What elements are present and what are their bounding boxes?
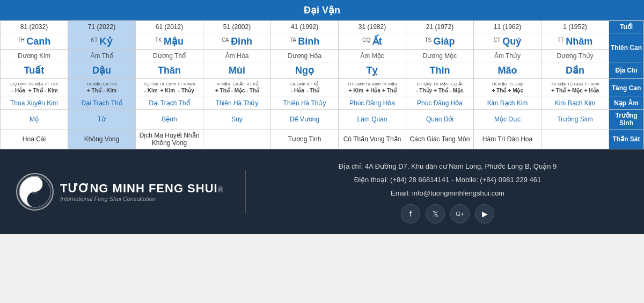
diachi-cell: Thin (406, 62, 474, 79)
napam-cell: Phúc Đăng Hỏa (339, 97, 406, 110)
tuoi-cell: 21 (1972) (406, 21, 474, 33)
napam-cell: Thoa Xuyến Kim (1, 97, 68, 110)
thiencan-cell: TA Bính (271, 33, 339, 50)
dai-van-header: Đại Vận (0, 0, 644, 20)
svg-point-2 (32, 197, 38, 203)
truongsinh-cell: Trường Sinh (541, 110, 609, 129)
logo-title: TƯƠNG MINH FENG SHUI® (60, 182, 224, 196)
tuoi-cell: 51 (2002) (203, 21, 271, 33)
diachi-cell: Mão (474, 62, 541, 79)
tangcan-cell: TH Canh + Kim TA Bính + Hỏa TK Mậu + Thổ (339, 79, 406, 97)
tangcan-cell: TQ Tân - Kim TK Canh + Kim TT Nhâm - Thủ… (136, 79, 203, 97)
truongsinh-cell: Suy (203, 110, 271, 129)
napam-cell: Kim Bạch Kim (541, 97, 609, 110)
youtube-button[interactable]: ▶ (475, 204, 494, 223)
napam-cell: Đại Trạch Thổ (68, 97, 136, 110)
footer-social: f 𝕏 G+ ▶ (267, 204, 628, 223)
table-wrapper: 81 (2032)71 (2022)61 (2012)51 (2002)41 (… (0, 20, 644, 149)
thansat-cell (203, 129, 271, 149)
facebook-button[interactable]: f (401, 204, 420, 223)
thiencan-cell: TK Mậu (136, 33, 203, 50)
row-label: Thần Sát (609, 129, 644, 149)
diachi-cell: Thân (136, 62, 203, 79)
thiencan-cell: TT Nhâm (541, 33, 609, 50)
truongsinh-cell: Quan Đới (406, 110, 474, 129)
napam-cell: Thiên Hà Thủy (271, 97, 339, 110)
row-label: Tuổi (609, 21, 644, 33)
footer-info: Địa chỉ: 4A Đường D7, Khu dân cư Nam Lon… (267, 160, 628, 223)
thiencan-sub-cell: Dương Hỏa (271, 50, 339, 62)
row-label: Trưởng Sinh (609, 110, 644, 129)
tangcan-cell: TK Mậu + Thổ CA Tân - Kim (68, 79, 136, 97)
thiencan-sub-cell: Dương Mộc (406, 50, 474, 62)
truongsinh-cell: Mộ (1, 110, 68, 129)
footer-phone: Điện thoại: (+84) 28 66814141 - Mobile: … (267, 174, 628, 187)
diachi-cell: Tỵ (339, 62, 406, 79)
napam-cell: Thiên Hà Thủy (203, 97, 271, 110)
thansat-cell (541, 129, 609, 149)
footer-divider (245, 170, 246, 213)
twitter-button[interactable]: 𝕏 (426, 204, 445, 223)
thiencan-sub-cell: Dương Kim (1, 50, 68, 62)
thansat-cell: Dịch Mã Huyết Nhẫn Không Vong (136, 129, 203, 149)
diachi-cell: Dậu (68, 62, 136, 79)
logo-circle: 風水 (16, 173, 54, 211)
main-table: 81 (2032)71 (2022)61 (2012)51 (2002)41 (… (0, 20, 644, 149)
thiencan-sub-cell: Âm Mộc (339, 50, 406, 62)
truongsinh-cell: Lâm Quan (339, 110, 406, 129)
thansat-cell: Không Vong (68, 129, 136, 149)
footer-logo: 風水 TƯƠNG MINH FENG SHUI® International F… (16, 173, 224, 211)
thansat-cell: Tương Tinh (271, 129, 339, 149)
thiencan-sub-cell: Dương Thổ (136, 50, 203, 62)
googleplus-button[interactable]: G+ (450, 204, 470, 223)
header-title: Đại Vận (304, 5, 340, 16)
tangcan-row: CQ Đinh - Hỏa TK Mậu + Thổ TT Tân - Kim … (1, 79, 644, 97)
thiencan-cell: CT Quý (474, 33, 541, 50)
thansat-row: Hoa CáiKhông VongDịch Mã Huyết Nhẫn Khôn… (1, 129, 644, 149)
row-label: Tàng Can (609, 79, 644, 97)
tangcan-cell: TK Mậu + Thổ CA Ất - Mộc KT Kỷ - Thổ (203, 79, 271, 97)
thiencan-sub-cell: Âm Thổ (68, 50, 136, 62)
footer: 風水 TƯƠNG MINH FENG SHUI® International F… (0, 149, 644, 234)
logo-text-block: TƯƠNG MINH FENG SHUI® International Feng… (60, 182, 224, 202)
tuoi-cell: 71 (2022) (68, 21, 136, 33)
tuoi-cell: 31 (1982) (339, 21, 406, 33)
thiencan-cell: TS Giáp (406, 33, 474, 50)
thansat-cell: Hàm Trì Đào Hoa (474, 129, 541, 149)
truongsinh-row: MộTửBệnhSuyĐế VươngLâm QuanQuan ĐớiMộc D… (1, 110, 644, 129)
tuoi-cell: 61 (2012) (136, 21, 203, 33)
truongsinh-cell: Mộc Dục (474, 110, 541, 129)
tuoi-cell: 11 (1962) (474, 21, 541, 33)
row-label: Địa Chi (609, 62, 644, 79)
tangcan-cell: TK Mậu + Thổ TS Giáp + Mộc TT Bính + Hỏa (541, 79, 609, 97)
tangcan-cell: CA Đinh - Hỏa KT Kỷ - Thổ (271, 79, 339, 97)
truongsinh-cell: Tử (68, 110, 136, 129)
svg-text:風水: 風水 (32, 191, 38, 194)
tangcan-cell: CT Quý - Thủy TK Mậu + Thổ CQ Ất - Mộc (406, 79, 474, 97)
thiencan-sub-cell: Âm Thủy (474, 50, 541, 62)
thiencan-sub-cell: Dương Thủy (541, 50, 609, 62)
napam-row: Thoa Xuyến KimĐại Trạch ThổĐại Trạch Thổ… (1, 97, 644, 110)
thiencan-sub-cell: Âm Hỏa (203, 50, 271, 62)
tuoi-row: 81 (2032)71 (2022)61 (2012)51 (2002)41 (… (1, 21, 644, 33)
thansat-cell: Hoa Cái (1, 129, 68, 149)
main-container: Đại Vận 81 (2032)71 (2022)61 (2012)51 (2… (0, 0, 644, 234)
thiencan-cell: CA Đinh (203, 33, 271, 50)
tangcan-cell: CQ Đinh - Hỏa TK Mậu + Thổ TT Tân - Kim (1, 79, 68, 97)
logo-subtitle: International Feng Shui Consultation (60, 196, 224, 202)
diachi-cell: Ngọ (271, 62, 339, 79)
thiencan-cell: TH Canh (1, 33, 68, 50)
svg-point-1 (32, 182, 38, 187)
footer-email: Email: info@tuongminhfengshui.com (267, 187, 628, 200)
tuoi-cell: 41 (1992) (271, 21, 339, 33)
tuoi-cell: 81 (2032) (1, 21, 68, 33)
thansat-cell: Cách Giác Tang Môn (406, 129, 474, 149)
row-label: Thiên Can (609, 33, 644, 62)
truongsinh-cell: Bệnh (136, 110, 203, 129)
napam-cell: Kim Bạch Kim (474, 97, 541, 110)
diachi-cell: Tuất (1, 62, 68, 79)
napam-cell: Phúc Đăng Hỏa (406, 97, 474, 110)
tuoi-cell: 1 (1952) (541, 21, 609, 33)
thiencan-row: TH Canh KT Kỷ TK Mậu CA Đinh TA Bính CQ … (1, 33, 644, 50)
diachi-cell: Mùi (203, 62, 271, 79)
